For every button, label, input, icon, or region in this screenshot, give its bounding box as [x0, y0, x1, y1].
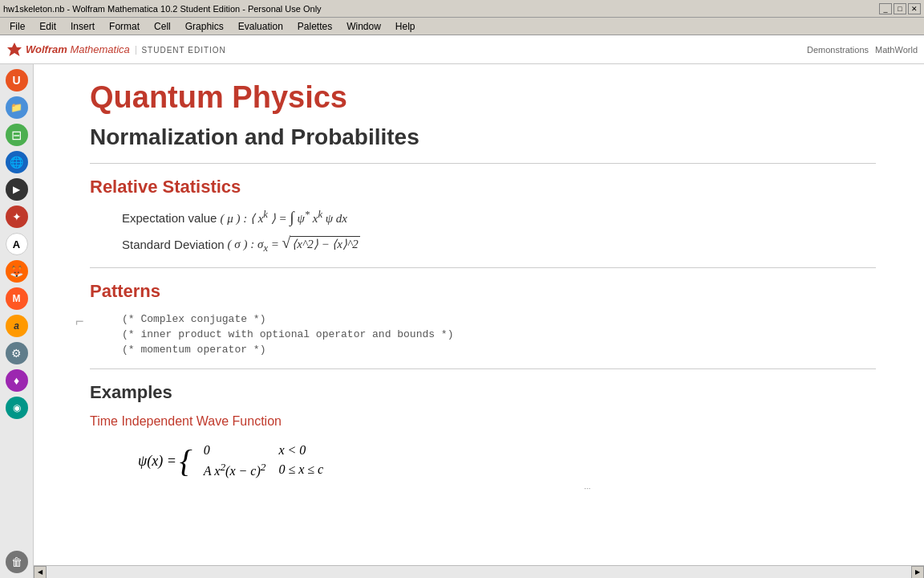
window-controls[interactable]: _ □ ✕: [879, 3, 921, 14]
menu-evaluation[interactable]: Evaluation: [232, 19, 290, 34]
menu-insert[interactable]: Insert: [64, 19, 101, 34]
minimize-button[interactable]: _: [879, 3, 892, 14]
amazon-icon: a: [6, 315, 28, 337]
terminal-icon: ▶: [6, 178, 28, 201]
browser-icon: 🌐: [6, 151, 28, 173]
firefox-icon: 🦊: [6, 260, 28, 283]
dash-icon: ⊟: [6, 124, 28, 146]
cell-bracket-indicator: ⌐: [75, 313, 84, 330]
wolfram-logo-icon: [6, 42, 22, 58]
trash-icon: 🗑: [6, 551, 28, 573]
close-button[interactable]: ✕: [908, 3, 921, 14]
main-layout: U 📁 ⊟ 🌐 ▶ ✦ A 🦊 M a ⚙: [0, 64, 924, 578]
examples-heading: Examples: [90, 382, 876, 403]
wolfram-links: Demonstrations MathWorld: [807, 45, 918, 55]
sidebar-mathematica[interactable]: M: [4, 286, 30, 311]
formula-block: Expectation value ( μ ) : ⟨ xk ⟩ = ∫ ψ* …: [122, 209, 876, 254]
expectation-formula-row: Expectation value ( μ ) : ⟨ xk ⟩ = ∫ ψ* …: [122, 209, 876, 226]
sidebar: U 📁 ⊟ 🌐 ▶ ✦ A 🦊 M a ⚙: [0, 64, 34, 578]
condition-1: x < 0: [272, 442, 330, 459]
code-comment-1: (* Complex conjugate *): [122, 313, 876, 325]
sidebar-dash[interactable]: ⊟: [4, 122, 30, 148]
sidebar-purple[interactable]: ♦: [4, 368, 30, 393]
sidebar-text[interactable]: A: [4, 231, 30, 257]
wolfram-word: Wolfram: [26, 43, 67, 55]
text-editor-icon: A: [6, 233, 28, 255]
patterns-heading: Patterns: [90, 281, 876, 302]
window-title: hw1skeleton.nb - Wolfram Mathematica 10.…: [3, 4, 322, 14]
menu-help[interactable]: Help: [389, 19, 422, 34]
time-independent-link[interactable]: Time Independent Wave Function: [90, 414, 876, 429]
sidebar-amazon[interactable]: a: [4, 313, 30, 339]
divider-3: [90, 368, 876, 369]
menu-bar: File Edit Insert Format Cell Graphics Ev…: [0, 18, 924, 35]
piecewise-table: ψ(x) = { 0 x < 0 A x2(x − c)2 0 ≤ x ≤ c: [138, 442, 330, 480]
menu-graphics[interactable]: Graphics: [179, 19, 230, 34]
menu-cell[interactable]: Cell: [148, 19, 177, 34]
sidebar-terminal[interactable]: ▶: [4, 177, 30, 202]
sidebar-teal[interactable]: ◉: [4, 395, 30, 421]
mathematica-word: Mathematica: [70, 43, 129, 55]
edition-label: STUDENT EDITION: [136, 46, 225, 55]
continuation-dots: ···: [298, 483, 876, 493]
h-scrollbar[interactable]: ◀ ▶: [34, 565, 924, 578]
teal-app-icon: ◉: [6, 397, 28, 419]
divider-1: [90, 163, 876, 164]
ubuntu-icon: U: [6, 69, 28, 92]
scroll-left-button[interactable]: ◀: [34, 566, 47, 579]
menu-format[interactable]: Format: [103, 19, 146, 34]
wolfram-logo: Wolfram Mathematica STUDENT EDITION: [6, 42, 226, 58]
psi-symbol: ψ(x) =: [138, 442, 180, 480]
notebook-content[interactable]: Quantum Physics Normalization and Probab…: [34, 64, 924, 565]
sidebar-ubuntu[interactable]: U: [4, 67, 30, 93]
expectation-label: Expectation value: [122, 211, 217, 225]
mathworld-link[interactable]: MathWorld: [875, 45, 918, 55]
code-comment-3: (* momentum operator *): [122, 344, 876, 356]
std-dev-math: ( σ ) : σx = √ ⟨x^2⟩ − ⟨x⟩^2: [228, 234, 360, 254]
sidebar-browser[interactable]: 🌐: [4, 149, 30, 175]
menu-window[interactable]: Window: [340, 19, 387, 34]
main-title: Quantum Physics: [90, 80, 876, 115]
scroll-right-button[interactable]: ▶: [911, 566, 924, 579]
sidebar-settings[interactable]: ⚙: [4, 340, 30, 366]
sqrt-expression: √ ⟨x^2⟩ − ⟨x⟩^2: [282, 234, 360, 252]
case-2: A x2(x − c)2: [197, 459, 273, 480]
relative-statistics-heading: Relative Statistics: [90, 177, 876, 197]
case-1: 0: [197, 442, 273, 459]
menu-file[interactable]: File: [3, 19, 31, 34]
section-normalization: Normalization and Probabilites: [90, 124, 876, 150]
purple-app-icon: ♦: [6, 369, 28, 392]
sidebar-firefox[interactable]: 🦊: [4, 258, 30, 284]
std-dev-formula-row: Standard Deviation ( σ ) : σx = √ ⟨x^2⟩ …: [122, 234, 876, 254]
code-comment-2: (* inner product with optional operator …: [122, 328, 876, 340]
expectation-math: ( μ ) : ⟨ xk ⟩ = ∫ ψ* xk ψ dx: [220, 209, 347, 226]
patterns-block: ⌐ (* Complex conjugate *) (* inner produ…: [90, 313, 876, 356]
demonstrations-link[interactable]: Demonstrations: [807, 45, 869, 55]
maximize-button[interactable]: □: [894, 3, 906, 14]
wolfram-logo-text: Wolfram Mathematica STUDENT EDITION: [26, 43, 226, 55]
settings-icon: ⚙: [6, 342, 28, 364]
piecewise-function: ψ(x) = { 0 x < 0 A x2(x − c)2 0 ≤ x ≤ c …: [138, 442, 876, 493]
mathematica-app-icon: M: [6, 287, 28, 310]
menu-edit[interactable]: Edit: [33, 19, 63, 34]
brace-symbol: {: [180, 442, 197, 480]
svg-marker-0: [7, 43, 22, 56]
condition-2: 0 ≤ x ≤ c: [272, 459, 330, 480]
scrollbar-track[interactable]: [47, 566, 911, 578]
sidebar-files[interactable]: 📁: [4, 95, 30, 120]
files-icon: 📁: [6, 96, 28, 119]
content-wrapper: Quantum Physics Normalization and Probab…: [34, 64, 924, 578]
sidebar-star[interactable]: ✦: [4, 204, 30, 230]
divider-2: [90, 267, 876, 268]
title-bar: hw1skeleton.nb - Wolfram Mathematica 10.…: [0, 0, 924, 18]
wolfram-header: Wolfram Mathematica STUDENT EDITION Demo…: [0, 35, 924, 64]
menu-palettes[interactable]: Palettes: [291, 19, 338, 34]
sidebar-trash[interactable]: 🗑: [4, 549, 30, 575]
std-dev-label: Standard Deviation: [122, 238, 225, 251]
psi-row: ψ(x) = { 0 x < 0: [138, 442, 330, 459]
star-icon: ✦: [6, 206, 28, 228]
